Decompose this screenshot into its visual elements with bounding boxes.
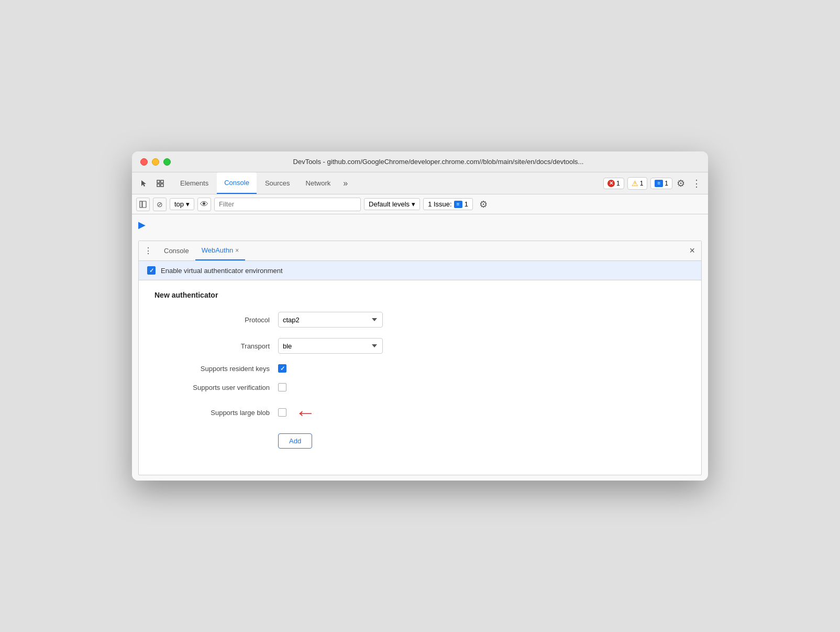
panel-tab-bar: ⋮ Console WebAuthn × ×: [139, 241, 701, 261]
more-tabs-button[interactable]: »: [339, 179, 352, 188]
new-authenticator-form: New authenticator Protocol ctap2 u2f Tra…: [139, 280, 701, 475]
user-verification-label: Supports user verification: [154, 384, 270, 391]
more-options-button[interactable]: ⋮: [689, 176, 704, 191]
warning-badge[interactable]: ⚠ 1: [627, 177, 648, 190]
protocol-row: Protocol ctap2 u2f: [154, 312, 686, 328]
issues-counter[interactable]: 1 Issue: ≡ 1: [423, 198, 473, 210]
traffic-lights: [140, 158, 171, 166]
sidebar-toggle-button[interactable]: [136, 198, 150, 211]
add-button-row: Add: [154, 433, 686, 449]
issues-icon: ≡: [454, 201, 462, 208]
context-selector[interactable]: top ▾: [170, 198, 194, 210]
svg-rect-0: [157, 180, 160, 183]
add-authenticator-button[interactable]: Add: [278, 433, 312, 449]
console-settings-button[interactable]: ⚙: [476, 197, 491, 212]
warning-icon: ⚠: [632, 179, 638, 188]
tab-network[interactable]: Network: [299, 172, 338, 194]
maximize-button[interactable]: [163, 158, 171, 166]
panel-close-button[interactable]: ×: [687, 245, 697, 256]
protocol-select[interactable]: ctap2 u2f: [278, 312, 383, 328]
form-title: New authenticator: [154, 291, 686, 299]
resident-keys-label: Supports resident keys: [154, 365, 270, 373]
tab-sources[interactable]: Sources: [258, 172, 297, 194]
clear-button[interactable]: ⊘: [153, 198, 167, 211]
transport-row: Transport ble usb nfc internal: [154, 338, 686, 354]
enable-label: Enable virtual authenticator environment: [161, 267, 283, 275]
inspect-icon[interactable]: [153, 176, 168, 191]
enable-authenticator-row: Enable virtual authenticator environment: [139, 261, 701, 280]
panel-tab-webauthn[interactable]: WebAuthn ×: [195, 241, 245, 260]
console-content-area: ▶: [132, 214, 708, 235]
error-badge[interactable]: ✕ 1: [603, 178, 624, 189]
panel-tab-close-button[interactable]: ×: [235, 247, 239, 254]
large-blob-row: Supports large blob ←: [154, 402, 686, 423]
svg-rect-3: [161, 184, 163, 187]
panel-tab-more-button[interactable]: ⋮: [143, 246, 153, 256]
filter-input[interactable]: [214, 198, 361, 211]
chevron-down-icon: ▾: [412, 200, 415, 208]
settings-button[interactable]: ⚙: [673, 176, 688, 191]
svg-rect-2: [157, 184, 160, 187]
tab-badges: ✕ 1 ⚠ 1 ≡ 1: [603, 177, 672, 190]
log-levels-selector[interactable]: Default levels ▾: [364, 198, 420, 210]
chevron-down-icon: ▾: [186, 200, 190, 208]
transport-label: Transport: [154, 342, 270, 350]
devtools-panel: Elements Console Sources Network » ✕ 1: [132, 172, 708, 481]
user-verification-row: Supports user verification: [154, 383, 686, 391]
tab-elements[interactable]: Elements: [173, 172, 216, 194]
panel-container: ⋮ Console WebAuthn × × Enable virtual au…: [138, 241, 702, 475]
cursor-icon[interactable]: [136, 176, 151, 191]
titlebar: DevTools - github.com/GoogleChrome/devel…: [132, 151, 708, 172]
enable-checkbox[interactable]: [147, 266, 156, 275]
live-expressions-button[interactable]: 👁: [197, 198, 211, 211]
tab-console[interactable]: Console: [217, 172, 257, 194]
window-title: DevTools - github.com/GoogleChrome/devel…: [177, 158, 700, 166]
error-icon: ✕: [607, 180, 615, 187]
info-badge[interactable]: ≡ 1: [650, 178, 672, 189]
console-arrow: ▶: [138, 219, 146, 231]
red-arrow-indicator: ←: [295, 402, 316, 423]
main-tab-bar: Elements Console Sources Network » ✕ 1: [132, 172, 708, 194]
tab-bar-icons: [136, 176, 168, 191]
svg-rect-4: [140, 201, 142, 208]
panel-tab-console[interactable]: Console: [158, 241, 195, 260]
devtools-window: DevTools - github.com/GoogleChrome/devel…: [132, 151, 708, 481]
console-toolbar: ⊘ top ▾ 👁 Default levels ▾ 1 Issue: ≡ 1 …: [132, 194, 708, 214]
close-button[interactable]: [140, 158, 148, 166]
svg-rect-1: [161, 180, 163, 183]
user-verification-checkbox[interactable]: [278, 383, 286, 391]
transport-select[interactable]: ble usb nfc internal: [278, 338, 383, 354]
large-blob-checkbox[interactable]: [278, 408, 286, 417]
protocol-label: Protocol: [154, 316, 270, 324]
large-blob-label: Supports large blob: [154, 409, 270, 417]
info-icon: ≡: [655, 180, 663, 187]
resident-keys-checkbox[interactable]: [278, 364, 286, 373]
resident-keys-row: Supports resident keys: [154, 364, 686, 373]
minimize-button[interactable]: [152, 158, 159, 166]
